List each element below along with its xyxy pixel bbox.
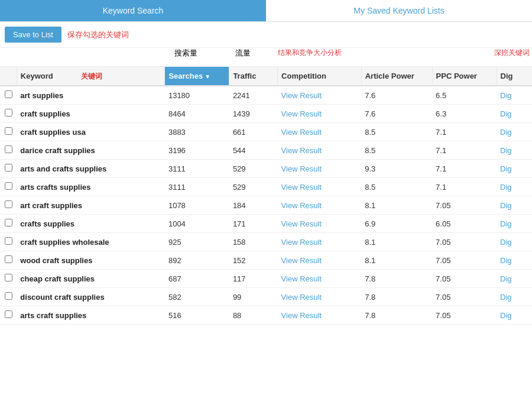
row-traffic: 529 <box>229 178 278 196</box>
table-row: wood craft supplies892152View Result8.17… <box>0 251 532 270</box>
annotation-traffic: 流量 <box>235 48 251 59</box>
row-keyword: art craft supplies <box>17 196 165 215</box>
row-competition[interactable]: View Result <box>278 233 362 251</box>
view-result-link[interactable]: View Result <box>281 293 322 302</box>
row-competition[interactable]: View Result <box>278 270 362 288</box>
row-checkbox-cell <box>0 251 17 270</box>
row-competition[interactable]: View Result <box>278 160 362 178</box>
row-checkbox[interactable] <box>5 237 12 245</box>
row-ppc-power: 7.1 <box>432 160 497 178</box>
dig-link[interactable]: Dig <box>500 238 512 247</box>
view-result-link[interactable]: View Result <box>281 274 322 283</box>
row-checkbox[interactable] <box>5 90 12 98</box>
view-result-link[interactable]: View Result <box>281 219 322 228</box>
row-searches: 3111 <box>165 160 229 178</box>
row-checkbox[interactable] <box>5 109 12 116</box>
row-ppc-power: 7.05 <box>432 251 497 270</box>
row-traffic: 88 <box>229 306 278 325</box>
row-checkbox[interactable] <box>5 127 12 135</box>
row-keyword: arts crafts supplies <box>17 178 165 196</box>
row-competition[interactable]: View Result <box>278 123 362 141</box>
view-result-link[interactable]: View Result <box>281 311 322 320</box>
view-result-link[interactable]: View Result <box>281 109 322 118</box>
row-dig[interactable]: Dig <box>497 196 532 215</box>
row-dig[interactable]: Dig <box>497 160 532 178</box>
dig-link[interactable]: Dig <box>500 274 512 283</box>
row-competition[interactable]: View Result <box>278 215 362 233</box>
row-checkbox[interactable] <box>5 292 12 300</box>
row-dig[interactable]: Dig <box>497 178 532 196</box>
row-dig[interactable]: Dig <box>497 123 532 141</box>
dig-link[interactable]: Dig <box>500 311 512 320</box>
dig-link[interactable]: Dig <box>500 219 512 228</box>
row-dig[interactable]: Dig <box>497 270 532 288</box>
row-checkbox-cell <box>0 160 17 178</box>
row-dig[interactable]: Dig <box>497 105 532 123</box>
row-traffic: 152 <box>229 251 278 270</box>
row-competition[interactable]: View Result <box>278 86 362 105</box>
save-to-list-button[interactable]: Save to List <box>5 27 61 43</box>
dig-link[interactable]: Dig <box>500 146 512 155</box>
view-result-link[interactable]: View Result <box>281 146 322 155</box>
row-checkbox-cell <box>0 105 17 123</box>
dig-link[interactable]: Dig <box>500 256 512 265</box>
row-checkbox[interactable] <box>5 145 12 153</box>
row-competition[interactable]: View Result <box>278 178 362 196</box>
view-result-link[interactable]: View Result <box>281 128 322 137</box>
tab-saved-lists[interactable]: My Saved Keyword Lists <box>266 0 532 21</box>
row-dig[interactable]: Dig <box>497 288 532 306</box>
row-ppc-power: 7.05 <box>432 233 497 251</box>
row-keyword: arts and crafts supplies <box>17 160 165 178</box>
row-checkbox[interactable] <box>5 164 12 171</box>
dig-link[interactable]: Dig <box>500 183 512 192</box>
row-checkbox[interactable] <box>5 219 12 226</box>
view-result-link[interactable]: View Result <box>281 238 322 247</box>
view-result-link[interactable]: View Result <box>281 183 322 192</box>
top-tabs: Keyword Search My Saved Keyword Lists <box>0 0 532 22</box>
row-dig[interactable]: Dig <box>497 306 532 325</box>
dig-link[interactable]: Dig <box>500 201 512 210</box>
row-dig[interactable]: Dig <box>497 141 532 160</box>
row-searches: 3196 <box>165 141 229 160</box>
view-result-link[interactable]: View Result <box>281 91 322 100</box>
row-competition[interactable]: View Result <box>278 251 362 270</box>
dig-link[interactable]: Dig <box>500 109 512 118</box>
row-dig[interactable]: Dig <box>497 251 532 270</box>
row-checkbox[interactable] <box>5 310 12 318</box>
row-dig[interactable]: Dig <box>497 233 532 251</box>
row-dig[interactable]: Dig <box>497 86 532 105</box>
row-traffic: 99 <box>229 288 278 306</box>
row-competition[interactable]: View Result <box>278 141 362 160</box>
row-keyword: discount craft supplies <box>17 288 165 306</box>
row-keyword: wood craft supplies <box>17 251 165 270</box>
row-competition[interactable]: View Result <box>278 288 362 306</box>
th-searches[interactable]: Searches▼ <box>165 67 229 86</box>
row-searches: 582 <box>165 288 229 306</box>
dig-link[interactable]: Dig <box>500 128 512 137</box>
table-body: art supplies131802241View Result7.66.5Di… <box>0 86 532 325</box>
row-checkbox-cell <box>0 306 17 325</box>
row-dig[interactable]: Dig <box>497 215 532 233</box>
view-result-link[interactable]: View Result <box>281 256 322 265</box>
row-article-power: 7.8 <box>361 306 432 325</box>
row-checkbox[interactable] <box>5 255 12 263</box>
row-competition[interactable]: View Result <box>278 196 362 215</box>
view-result-link[interactable]: View Result <box>281 164 322 173</box>
row-traffic: 117 <box>229 270 278 288</box>
tab-keyword-search[interactable]: Keyword Search <box>0 0 266 21</box>
view-result-link[interactable]: View Result <box>281 201 322 210</box>
row-checkbox[interactable] <box>5 200 12 208</box>
dig-link[interactable]: Dig <box>500 91 512 100</box>
dig-link[interactable]: Dig <box>500 164 512 173</box>
row-traffic: 529 <box>229 160 278 178</box>
row-article-power: 8.1 <box>361 233 432 251</box>
row-keyword: arts craft supplies <box>17 306 165 325</box>
table-row: art craft supplies1078184View Result8.17… <box>0 196 532 215</box>
th-competition: Competition <box>278 67 362 86</box>
row-keyword: crafts supplies <box>17 215 165 233</box>
row-competition[interactable]: View Result <box>278 306 362 325</box>
row-checkbox[interactable] <box>5 182 12 190</box>
dig-link[interactable]: Dig <box>500 293 512 302</box>
row-checkbox[interactable] <box>5 274 12 281</box>
row-competition[interactable]: View Result <box>278 105 362 123</box>
